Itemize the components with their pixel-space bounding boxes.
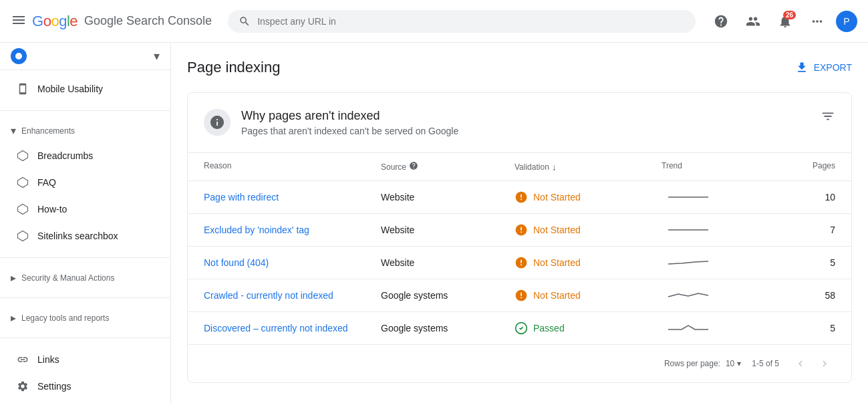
cell-trend	[662, 189, 768, 205]
sidebar-item-feedback[interactable]: Submit feedback	[0, 400, 170, 403]
sidebar-item-mobile-usability[interactable]: Mobile Usability	[0, 76, 170, 102]
cell-source: Website	[381, 225, 515, 235]
sidebar-item-label: FAQ	[37, 177, 56, 188]
sidebar-divider-1	[0, 110, 170, 111]
validation-status: Not Started	[533, 225, 581, 235]
chevron-right-icon: ▸	[11, 311, 16, 324]
help-button[interactable]	[708, 8, 734, 35]
card-title: Why pages aren't indexed	[241, 109, 458, 123]
sidebar-section-header-legacy[interactable]: ▸ Legacy tools and reports	[0, 306, 170, 329]
cell-reason: Page with redirect	[204, 192, 381, 203]
notification-count: 26	[783, 11, 796, 19]
info-icon	[204, 109, 231, 136]
filter-button[interactable]	[821, 109, 835, 127]
chevron-right-icon: ▸	[11, 271, 16, 284]
validation-status: Not Started	[533, 257, 581, 268]
rows-per-page-label: Rows per page:	[664, 359, 720, 368]
sidebar-item-settings[interactable]: Settings	[0, 373, 170, 400]
table-footer: Rows per page: 10 ▾ 1-5 of 5	[188, 344, 851, 382]
cell-trend	[662, 320, 768, 336]
pagination-nav	[790, 353, 835, 374]
table-row[interactable]: Excluded by 'noindex' tag Website Not St…	[188, 214, 851, 247]
validation-status: Not Started	[533, 290, 581, 301]
howto-icon	[16, 203, 29, 216]
cell-validation: Not Started	[515, 223, 662, 237]
sidebar-divider-4	[0, 338, 170, 338]
section-label: Enhancements	[21, 126, 75, 136]
svg-marker-0	[18, 151, 28, 161]
cell-pages: 10	[768, 192, 835, 203]
sidebar-section-header-security[interactable]: ▸ Security & Manual Actions	[0, 266, 170, 289]
not-started-icon	[515, 289, 528, 302]
sort-down-icon[interactable]: ↓	[552, 162, 557, 172]
search-input[interactable]	[257, 16, 685, 27]
next-page-button	[814, 353, 835, 374]
search-bar[interactable]	[228, 10, 696, 33]
people-button[interactable]	[740, 8, 766, 35]
passed-icon	[515, 321, 528, 335]
cell-validation: Not Started	[515, 289, 662, 302]
page-title: Page indexing	[187, 59, 280, 76]
not-started-icon	[515, 256, 528, 269]
sidebar-item-breadcrumbs[interactable]: Breadcrumbs	[0, 142, 170, 169]
avatar[interactable]: P	[836, 11, 857, 32]
mobile-icon	[16, 82, 29, 96]
rows-per-page: Rows per page: 10 ▾	[664, 359, 741, 368]
dropdown-arrow-icon: ▾	[737, 359, 741, 368]
col-pages: Pages	[768, 161, 835, 172]
sidebar-item-label: Breadcrumbs	[37, 150, 93, 161]
export-label: EXPORT	[814, 62, 852, 73]
cell-reason: Not found (404)	[204, 257, 381, 268]
property-icon	[11, 48, 27, 64]
sidebar: ▾ Mobile Usability ▾ Enhancements Breadc…	[0, 43, 171, 403]
table-row[interactable]: Crawled - currently not indexed Google s…	[188, 279, 851, 312]
col-trend: Trend	[662, 161, 768, 172]
sidebar-item-how-to[interactable]: How-to	[0, 196, 170, 223]
breadcrumbs-icon	[16, 149, 29, 162]
sidebar-section-header-enhancements[interactable]: ▾ Enhancements	[0, 119, 170, 142]
app-logo: Google Google Search Console	[32, 13, 212, 30]
notification-button[interactable]: 26	[772, 8, 799, 35]
cell-pages: 5	[768, 323, 835, 333]
card-header: Why pages aren't indexed Pages that aren…	[188, 93, 851, 153]
table-row[interactable]: Discovered – currently not indexed Googl…	[188, 312, 851, 344]
app-name: Google Search Console	[84, 14, 212, 28]
table-row[interactable]: Not found (404) Website Not Started 5	[188, 247, 851, 279]
source-help-icon[interactable]	[409, 161, 418, 172]
cell-validation: Not Started	[515, 190, 662, 204]
cell-validation: Not Started	[515, 256, 662, 269]
card-subtitle: Pages that aren't indexed can't be serve…	[241, 126, 458, 136]
property-arrow-icon: ▾	[154, 49, 160, 63]
cell-source: Website	[381, 192, 515, 203]
sidebar-item-links[interactable]: Links	[0, 346, 170, 373]
svg-marker-2	[18, 205, 28, 215]
sidebar-section-bottom: Links Settings Submit feedback	[0, 341, 170, 403]
sidebar-section-security: ▸ Security & Manual Actions	[0, 261, 170, 295]
why-not-indexed-card: Why pages aren't indexed Pages that aren…	[187, 92, 852, 383]
sidebar-item-sitelinks[interactable]: Sitelinks searchbox	[0, 223, 170, 249]
sidebar-section-enhancements: ▾ Enhancements Breadcrumbs FAQ How-to	[0, 114, 170, 255]
cell-source: Website	[381, 257, 515, 268]
apps-button[interactable]	[804, 8, 831, 35]
layout: ▾ Mobile Usability ▾ Enhancements Breadc…	[0, 43, 868, 403]
cell-reason: Discovered – currently not indexed	[204, 323, 381, 333]
not-started-icon	[515, 190, 528, 204]
sidebar-divider-3	[0, 297, 170, 298]
sidebar-divider-2	[0, 257, 170, 258]
cell-reason: Crawled - currently not indexed	[204, 290, 381, 301]
table-body: Page with redirect Website Not Started 1…	[188, 181, 851, 344]
cell-pages: 5	[768, 257, 835, 268]
pagination-info: 1-5 of 5	[752, 359, 779, 368]
table-row[interactable]: Page with redirect Website Not Started 1…	[188, 181, 851, 214]
cell-pages: 7	[768, 225, 835, 235]
cell-trend	[662, 255, 768, 271]
property-selector[interactable]: ▾	[0, 43, 170, 70]
main-content: Page indexing EXPORT Why pages aren't in…	[171, 43, 868, 403]
rows-per-page-select[interactable]: 10 ▾	[726, 359, 741, 368]
export-button[interactable]: EXPORT	[795, 61, 852, 74]
col-source: Source	[381, 161, 515, 172]
not-started-icon	[515, 223, 528, 237]
sidebar-item-faq[interactable]: FAQ	[0, 169, 170, 196]
faq-icon	[16, 176, 29, 189]
menu-icon[interactable]	[11, 12, 27, 30]
